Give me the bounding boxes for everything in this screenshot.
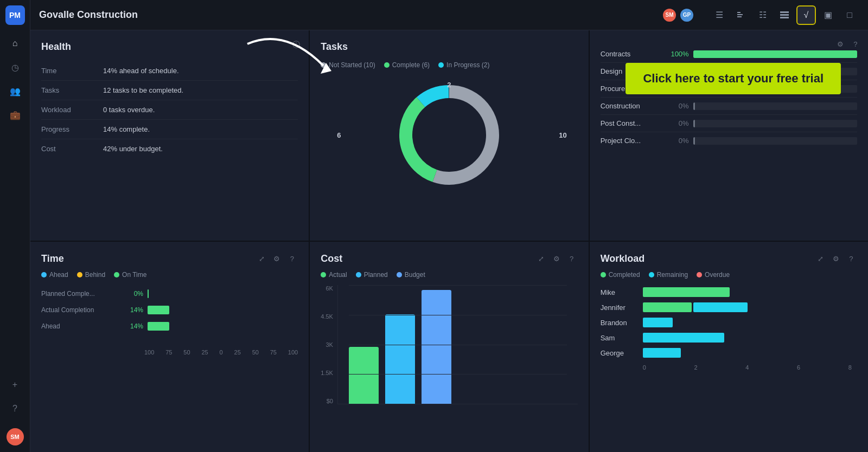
gantt-view-button[interactable] (731, 5, 751, 25)
time-pct-planned: 0% (122, 290, 143, 298)
legend-dot-overdue (697, 272, 702, 277)
time-title: Time (41, 253, 64, 264)
health-value-time: 14% ahead of schedule. (103, 67, 179, 75)
workload-row-sam: Sam (601, 333, 857, 343)
legend-label-planned: Planned (364, 271, 388, 279)
workload-bars-george (643, 348, 857, 358)
time-expand-icon[interactable]: ⤢ (256, 253, 267, 264)
health-help-icon[interactable]: ⓘ (292, 40, 300, 50)
legend-label-complete: Complete (6) (392, 61, 430, 69)
list-view-button[interactable]: ☰ (710, 5, 729, 25)
time-settings-icon[interactable]: ⚙ (271, 253, 283, 264)
workload-bars-jennifer (643, 302, 857, 312)
sidebar-item-clock[interactable]: ◷ (5, 57, 25, 77)
sidebar-item-add[interactable]: + (5, 375, 25, 395)
health-row-progress: Progress 14% complete. (41, 120, 298, 139)
phase-bar-container-procurement (693, 85, 857, 93)
health-label-time: Time (41, 67, 90, 75)
cost-settings-icon[interactable]: ⚙ (551, 253, 563, 264)
legend-ahead: Ahead (41, 271, 68, 279)
legend-behind: Behind (77, 271, 105, 279)
workload-bar-sam-remaining (643, 333, 724, 343)
workload-name-brandon: Brandon (601, 319, 639, 327)
time-axis-50l: 50 (183, 349, 190, 356)
donut-chart-svg (395, 81, 503, 189)
phase-pct-procurement: 19% (665, 85, 689, 93)
time-axis-25l: 25 (201, 349, 208, 356)
bar-planned (385, 314, 415, 404)
health-label-workload: Workload (41, 106, 90, 114)
file-view-button[interactable]: □ (840, 5, 859, 25)
workload-bar-brandon-remaining (643, 318, 673, 327)
legend-label-on-time: On Time (122, 271, 146, 279)
tasks-title: Tasks (321, 41, 577, 53)
health-label-cost: Cost (41, 145, 90, 153)
tasks-panel-icons: ⚙ ? (834, 38, 861, 50)
sidebar-item-home[interactable]: ⌂ (5, 34, 25, 53)
workload-bar-jennifer-remaining (693, 302, 748, 312)
svg-rect-2 (737, 16, 742, 17)
phase-name-project-close: Project Clo... (601, 137, 660, 145)
legend-dot-planned (356, 272, 361, 277)
donut-label-top: 2 (447, 81, 451, 89)
sidebar-item-help[interactable]: ? (5, 399, 25, 418)
time-row-ahead: Ahead 14% (41, 322, 298, 331)
workload-expand-icon[interactable]: ⤢ (815, 253, 827, 264)
health-value-workload: 0 tasks overdue. (103, 106, 155, 114)
time-bar-fill-ahead (148, 322, 169, 331)
phase-row-contracts: Contracts 100% (601, 46, 857, 63)
health-value-cost: 42% under budget. (103, 145, 163, 153)
workload-settings-icon[interactable]: ⚙ (830, 253, 842, 264)
workload-title: Workload (601, 253, 645, 264)
phase-name-contracts: Contracts (601, 50, 660, 58)
legend-label-remaining: Remaining (657, 271, 688, 279)
sidebar-item-users[interactable]: 👥 (5, 81, 25, 101)
dashboard-view-button[interactable]: √ (796, 5, 816, 25)
workload-help-icon[interactable]: ? (845, 253, 857, 264)
health-label-tasks: Tasks (41, 86, 90, 94)
legend-dot-completed (601, 272, 606, 277)
y-label-0: $0 (327, 398, 333, 404)
health-row-tasks: Tasks 12 tasks to be completed. (41, 81, 298, 100)
sidebar-item-briefcase[interactable]: 💼 (5, 105, 25, 125)
cost-grid (349, 285, 567, 404)
avatar-gp[interactable]: GP (679, 8, 694, 23)
svg-rect-3 (780, 11, 789, 13)
y-label-45k: 4.5K (321, 313, 333, 320)
workload-name-sam: Sam (601, 334, 639, 342)
workload-name-george: George (601, 349, 639, 357)
legend-in-progress: In Progress (2) (438, 61, 489, 69)
topbar: Govalle Construction SM GP ☰ ☷ √ ▣ □ (30, 0, 868, 30)
y-label-6k: 6K (326, 285, 333, 292)
app-logo[interactable]: PM (5, 5, 25, 25)
cost-help-icon[interactable]: ? (566, 253, 578, 264)
table-view-button[interactable] (775, 5, 794, 25)
phase-pct-design: 80% (665, 67, 689, 75)
legend-planned: Planned (356, 271, 388, 279)
filter-view-button[interactable]: ☷ (753, 5, 773, 25)
health-value-progress: 14% complete. (103, 125, 150, 133)
workload-axis-8: 8 (848, 364, 852, 371)
bar-actual (349, 347, 379, 404)
tasks-settings-icon[interactable]: ⚙ (834, 38, 846, 50)
time-axis-75l: 75 (165, 349, 172, 356)
legend-label-behind: Behind (85, 271, 105, 279)
legend-dot-in-progress (438, 62, 444, 68)
legend-label-ahead: Ahead (49, 271, 68, 279)
time-panel-icons: ⤢ ⚙ ? (256, 253, 298, 264)
legend-label-budget: Budget (405, 271, 425, 279)
tasks-help-icon[interactable]: ? (850, 38, 861, 50)
time-help-icon[interactable]: ? (286, 253, 298, 264)
phase-pct-post-const: 0% (665, 119, 689, 127)
svg-rect-0 (737, 12, 741, 13)
phase-row-design: Design 80% (601, 63, 857, 80)
workload-bars-mike (643, 287, 857, 297)
bar-budget (422, 290, 451, 404)
user-avatar[interactable]: SM (5, 427, 25, 447)
phase-row-project-close: Project Clo... 0% (601, 132, 857, 149)
avatar-sm[interactable]: SM (662, 8, 677, 23)
phase-bar-container-project-close (693, 137, 857, 145)
calendar-view-button[interactable]: ▣ (818, 5, 838, 25)
phase-row-construction: Construction 0% (601, 98, 857, 115)
cost-expand-icon[interactable]: ⤢ (535, 253, 547, 264)
